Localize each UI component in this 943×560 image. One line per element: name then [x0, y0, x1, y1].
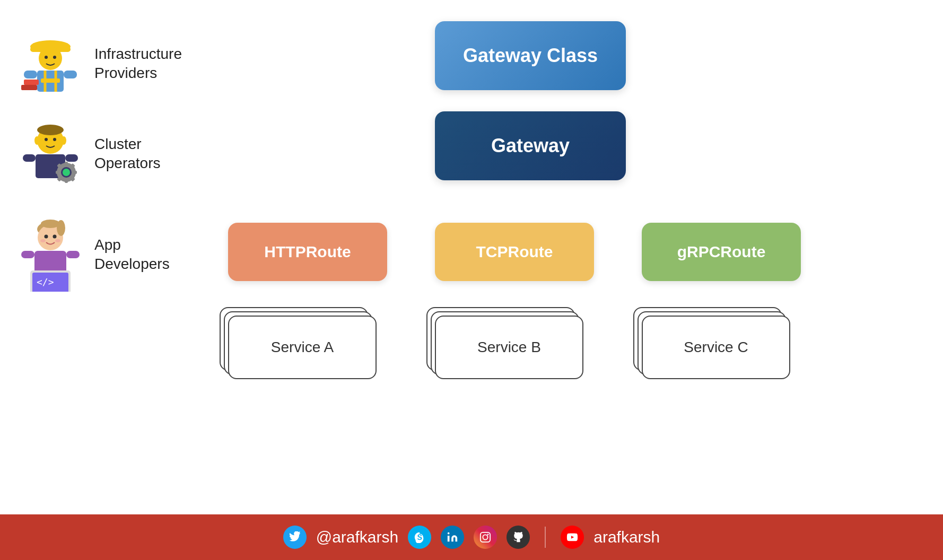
- svg-point-53: [53, 235, 57, 239]
- grpc-route-box: gRPCRoute: [642, 223, 801, 281]
- svg-rect-60: [66, 251, 80, 258]
- persona-infrastructure: Infrastructure Providers: [16, 21, 211, 106]
- svg-point-17: [39, 47, 62, 70]
- svg-rect-41: [65, 162, 68, 167]
- tcp-route-label: TCPRoute: [476, 243, 553, 261]
- twitter-handle: @arafkarsh: [316, 528, 399, 546]
- svg-point-52: [45, 235, 48, 239]
- svg-rect-43: [56, 171, 61, 174]
- gateway-box: Gateway: [435, 111, 626, 180]
- footer-divider: [545, 527, 546, 548]
- svg-rect-44: [72, 171, 77, 174]
- svg-rect-66: [481, 532, 490, 542]
- github-icon[interactable]: [507, 526, 530, 549]
- service-a-card-front: Service A: [228, 316, 377, 379]
- svg-point-29: [37, 125, 64, 135]
- skype-icon[interactable]: [408, 526, 431, 549]
- svg-point-57: [57, 220, 65, 236]
- youtube-icon[interactable]: [561, 526, 584, 549]
- service-b-stack: Service B: [435, 316, 594, 395]
- svg-point-68: [487, 534, 489, 536]
- cluster-icon: [16, 119, 85, 188]
- svg-point-54: [40, 239, 46, 242]
- app-dev-icon: </>: [16, 220, 85, 289]
- grpc-route-label: gRPCRoute: [677, 243, 766, 261]
- service-c-stack: Service C: [642, 316, 801, 395]
- gateway-class-box: Gateway Class: [435, 21, 626, 90]
- svg-rect-42: [65, 178, 68, 183]
- http-route-label: HTTPRoute: [264, 243, 351, 261]
- svg-point-33: [61, 136, 66, 145]
- persona-cluster: Cluster Operators: [16, 111, 211, 196]
- svg-point-19: [53, 56, 56, 59]
- diagram-area: Infrastructure Providers: [0, 0, 943, 514]
- linkedin-icon[interactable]: [441, 526, 464, 549]
- service-c-label: Service C: [684, 339, 748, 356]
- svg-rect-23: [41, 78, 60, 83]
- service-c-card-front: Service C: [642, 316, 790, 379]
- svg-point-49: [63, 169, 70, 176]
- svg-point-18: [45, 56, 48, 59]
- svg-point-32: [34, 136, 40, 145]
- svg-rect-38: [65, 154, 78, 162]
- service-b-card-front: Service B: [435, 316, 583, 379]
- svg-text:</>: </>: [37, 276, 54, 287]
- svg-rect-59: [21, 251, 34, 258]
- tcp-route-box: TCPRoute: [435, 223, 594, 281]
- svg-rect-37: [23, 154, 36, 162]
- svg-rect-27: [24, 80, 39, 85]
- svg-rect-36: [52, 154, 58, 165]
- svg-point-67: [483, 535, 488, 539]
- service-a-stack: Service A: [228, 316, 387, 395]
- svg-rect-25: [64, 71, 77, 78]
- svg-point-30: [45, 138, 48, 141]
- infrastructure-icon: [16, 29, 85, 98]
- instagram-icon[interactable]: [474, 526, 497, 549]
- http-route-box: HTTPRoute: [228, 223, 387, 281]
- svg-rect-24: [24, 71, 37, 78]
- channel-name: arafkarsh: [593, 528, 660, 546]
- footer-bar: @arafkarsh arafkarsh: [0, 514, 943, 560]
- service-a-label: Service A: [271, 339, 334, 356]
- cluster-operators-label: Cluster Operators: [94, 135, 211, 173]
- twitter-icon[interactable]: [283, 526, 307, 549]
- service-b-label: Service B: [477, 339, 541, 356]
- infrastructure-providers-label: Infrastructure Providers: [94, 45, 211, 83]
- gateway-label: Gateway: [491, 135, 570, 157]
- svg-rect-26: [21, 85, 37, 90]
- svg-point-65: [448, 532, 450, 535]
- svg-point-55: [55, 239, 60, 242]
- app-developers-label: App Developers: [94, 235, 211, 274]
- svg-point-31: [53, 138, 56, 141]
- persona-app-dev: </> App Developers: [16, 212, 211, 297]
- gateway-class-label: Gateway Class: [463, 45, 598, 67]
- svg-rect-35: [42, 154, 49, 165]
